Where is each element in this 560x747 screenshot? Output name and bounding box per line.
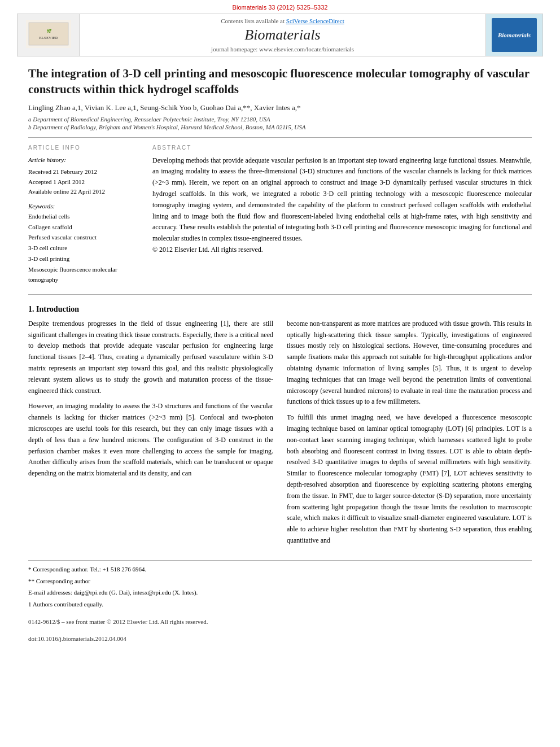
- svg-rect-1: [29, 23, 68, 45]
- introduction-section: 1. Introduction Despite tremendous progr…: [28, 305, 532, 551]
- keyword-item: 3-D cell printing: [28, 254, 141, 264]
- keywords-label: Keywords:: [28, 203, 141, 209]
- article-info-col: ARTICLE INFO Article history: Received 2…: [28, 145, 141, 285]
- article-title: The integration of 3-D cell printing and…: [28, 65, 532, 98]
- keywords-list: Endothelial cellsCollagen scaffoldPerfus…: [28, 211, 141, 285]
- authors-line: Lingling Zhao a,1, Vivian K. Lee a,1, Se…: [28, 103, 532, 112]
- issn-line: 0142-9612/$ – see front matter © 2012 El…: [28, 617, 532, 627]
- article-info-abstract-section: ARTICLE INFO Article history: Received 2…: [28, 145, 532, 285]
- intro-p2: However, an imaging modality to assess t…: [28, 401, 273, 479]
- biomaterials-badge: Biomaterials: [492, 18, 537, 52]
- keyword-item: Mesoscopic fluorescence molecular tomogr…: [28, 264, 141, 285]
- journal-homepage: journal homepage: www.elsevier.com/locat…: [85, 46, 480, 53]
- history-label: Article history:: [28, 155, 141, 165]
- journal-header-center: Contents lists available at SciVerse Sci…: [80, 14, 486, 56]
- sciverse-link[interactable]: SciVerse ScienceDirect: [286, 18, 344, 24]
- journal-title: Biomaterials: [85, 27, 480, 43]
- intro-heading: 1. Introduction: [28, 305, 532, 314]
- accepted-date: Accepted 1 April 2012: [28, 177, 141, 187]
- keyword-item: 3-D cell culture: [28, 243, 141, 254]
- fn-email: E-mail addresses: daig@rpi.edu (G. Dai),…: [28, 587, 532, 598]
- article-info-label: ARTICLE INFO: [28, 145, 141, 151]
- article-history: Article history: Received 21 February 20…: [28, 155, 141, 197]
- journal-citation: Biomaterials 33 (2012) 5325–5332: [233, 4, 328, 11]
- elsevier-logo-area: 🌿 ELSEVIER: [18, 14, 80, 56]
- abstract-text: Developing methods that provide adequate…: [152, 155, 532, 244]
- intro-p3: become non-transparent as more matrices …: [287, 318, 532, 408]
- intro-col-left: Despite tremendous progresses in the fie…: [28, 318, 273, 551]
- keyword-item: Endothelial cells: [28, 211, 141, 222]
- fn-corresponding1: * Corresponding author. Tel.: +1 518 276…: [28, 564, 532, 575]
- intro-body: Despite tremendous progresses in the fie…: [28, 318, 532, 551]
- divider-intro: [28, 294, 532, 295]
- fn-equal-contrib: 1 Authors contributed equally.: [28, 599, 532, 610]
- intro-p1: Despite tremendous progresses in the fie…: [28, 318, 273, 397]
- divider-after-affiliations: [28, 137, 532, 138]
- intro-p4: To fulfill this unmet imaging need, we h…: [287, 412, 532, 547]
- copyright-line: © 2012 Elsevier Ltd. All rights reserved…: [152, 244, 532, 256]
- elsevier-logo-graphic: 🌿 ELSEVIER: [26, 20, 71, 48]
- journal-header-box: 🌿 ELSEVIER Contents lists available at S…: [17, 14, 543, 56]
- doi-line: doi:10.1016/j.biomaterials.2012.04.004: [28, 634, 532, 644]
- journal-badge-area: Biomaterials: [486, 14, 542, 56]
- affiliation-b: b Department of Radiology, Brigham and W…: [28, 124, 532, 130]
- main-content: The integration of 3-D cell printing and…: [0, 56, 560, 653]
- abstract-label: ABSTRACT: [152, 145, 532, 151]
- intro-col-right: become non-transparent as more matrices …: [287, 318, 532, 551]
- svg-text:ELSEVIER: ELSEVIER: [39, 36, 58, 40]
- fn-corresponding2: ** Corresponding author: [28, 576, 532, 587]
- affiliation-a: a Department of Biomedical Engineering, …: [28, 116, 532, 123]
- footnotes: * Corresponding author. Tel.: +1 518 276…: [28, 560, 532, 644]
- keyword-item: Collagen scaffold: [28, 222, 141, 233]
- contents-line: Contents lists available at SciVerse Sci…: [85, 18, 480, 24]
- received-date: Received 21 February 2012: [28, 167, 141, 177]
- abstract-col: ABSTRACT Developing methods that provide…: [152, 145, 532, 285]
- keyword-item: Perfused vascular construct: [28, 232, 141, 243]
- available-date: Available online 22 April 2012: [28, 187, 141, 197]
